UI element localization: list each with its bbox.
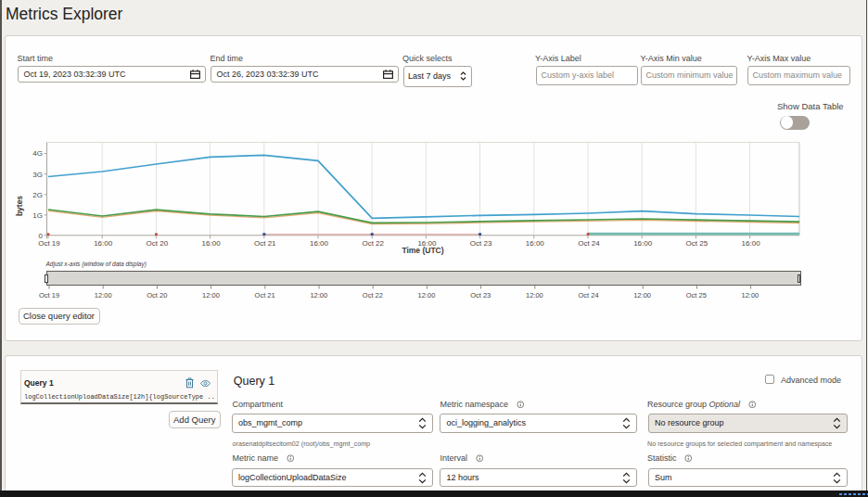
svg-text:1G: 1G — [32, 211, 43, 220]
svg-text:bytes: bytes — [15, 196, 24, 216]
svg-text:Oct 23: Oct 23 — [470, 239, 492, 248]
svg-text:4G: 4G — [32, 149, 43, 158]
svg-text:3G: 3G — [32, 171, 43, 179]
svg-text:Oct 25: Oct 25 — [686, 239, 708, 248]
svg-text:Time (UTC): Time (UTC) — [402, 246, 443, 255]
svg-text:Oct 24: Oct 24 — [578, 239, 600, 248]
svg-text:16:00: 16:00 — [310, 239, 329, 248]
svg-text:16:00: 16:00 — [94, 239, 113, 248]
svg-text:Oct 19: Oct 19 — [38, 239, 60, 248]
svg-text:16:00: 16:00 — [202, 239, 222, 248]
svg-text:16:00: 16:00 — [633, 239, 653, 248]
svg-text:Oct 22: Oct 22 — [362, 239, 384, 248]
svg-text:2G: 2G — [32, 191, 43, 199]
svg-text:Oct 21: Oct 21 — [254, 239, 276, 248]
svg-text:16:00: 16:00 — [742, 239, 761, 248]
svg-text:16:00: 16:00 — [526, 239, 545, 248]
svg-text:Oct 20: Oct 20 — [147, 239, 169, 248]
